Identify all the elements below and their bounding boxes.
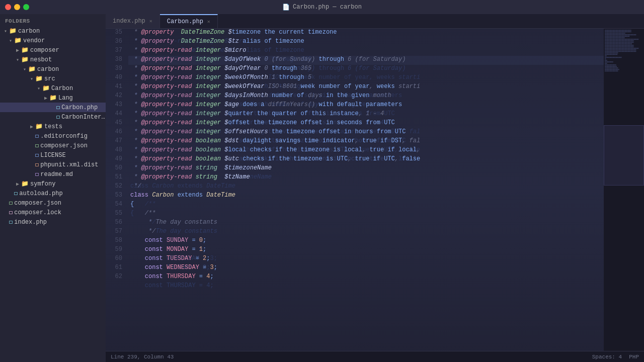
close-button[interactable] — [5, 4, 11, 10]
sidebar-item-nesbot[interactable]: ▾ 📁 nesbot — [0, 55, 106, 64]
sidebar-item-symfony[interactable]: ▶ 📁 symfony — [0, 179, 106, 189]
sidebar-item-composer-lock[interactable]: ◻ composer.lock — [0, 208, 106, 217]
line-number: 42 — [106, 92, 128, 101]
expand-arrow: ▶ — [28, 124, 35, 130]
sidebar-item-label: readme.md — [40, 171, 106, 178]
editor-wrapper: 35 * @property DateTimeZone $timezone th… — [106, 29, 644, 351]
code-line-content: * @property DateTimeZone $tz alias of ti… — [128, 38, 604, 47]
code-line-content: * @property-read integer $age does a dif… — [128, 101, 604, 110]
minimize-button[interactable] — [14, 4, 20, 10]
code-row: 39 * @property-read integer $dayOfYear 0… — [106, 65, 604, 74]
sidebar-item-label: carbon — [18, 28, 106, 35]
main-layout: FOLDERS ▾ 📁 carbon ▾ 📁 vendor ▶ 📁 compos… — [0, 14, 644, 362]
tab-bar: index.php ✕ Carbon.php ✕ — [106, 14, 644, 29]
sidebar: FOLDERS ▾ 📁 carbon ▾ 📁 vendor ▶ 📁 compos… — [0, 14, 106, 362]
code-row: 54{ — [106, 201, 604, 210]
code-line-content: const TUESDAY = 2; — [128, 255, 604, 264]
sidebar-item-composer-json2[interactable]: ◻ composer.json — [0, 198, 106, 208]
sidebar-item-label: composer.json — [40, 142, 106, 149]
line-number: 62 — [106, 273, 128, 282]
code-line-content: * @property-read string $timezoneName — [128, 164, 604, 173]
line-number: 46 — [106, 128, 128, 137]
sidebar-item-Carbon3[interactable]: ▾ 📁 Carbon — [0, 83, 106, 93]
sidebar-item-label: composer.json — [14, 200, 106, 207]
code-row: 62 const THURSDAY = 4; — [106, 273, 604, 282]
cursor-position: Line 239, Column 43 — [111, 354, 174, 360]
sidebar-item-label: Lang — [58, 95, 106, 102]
tab-close-button[interactable]: ✕ — [207, 19, 210, 25]
line-number: 55 — [106, 210, 128, 219]
sidebar-item-composer-json[interactable]: ◻ composer.json — [0, 141, 106, 150]
file-icon: ◻ — [14, 190, 18, 197]
expand-arrow: ▾ — [35, 85, 42, 92]
code-row: 47 * @property-read boolean $dst dayligh… — [106, 137, 604, 146]
sidebar-item-label: composer — [30, 47, 106, 54]
sidebar-item-editorconfig[interactable]: ◻ .editorconfig — [0, 131, 106, 141]
code-line-content: * The day constants — [128, 219, 604, 228]
tab-index-php[interactable]: index.php ✕ — [106, 14, 160, 28]
code-row: 52 */ — [106, 183, 604, 192]
sidebar-item-autoload[interactable]: ◻ autoload.php — [0, 189, 106, 198]
code-line-content: * @property-read integer $dayOfYear 0 th… — [128, 65, 604, 74]
sidebar-item-carbon2[interactable]: ▾ 📁 carbon — [0, 64, 106, 74]
line-number: 61 — [106, 264, 128, 273]
sidebar-item-phpunit[interactable]: ◻ phpunit.xml.dist — [0, 160, 106, 169]
sidebar-item-LICENSE[interactable]: ◻ LICENSE — [0, 150, 106, 160]
sidebar-item-index-php[interactable]: ◻ index.php — [0, 217, 106, 227]
tab-label: Carbon.php — [167, 18, 203, 25]
sidebar-item-label: phpunit.xml.dist — [40, 161, 106, 168]
folder-icon: 📁 — [35, 75, 43, 82]
sidebar-item-label: symfony — [30, 180, 106, 188]
file-icon: ◻ — [56, 113, 60, 121]
traffic-lights — [5, 4, 29, 10]
code-content: 35 * @property DateTimeZone $timezone th… — [106, 29, 604, 282]
file-icon: ◻ — [9, 199, 13, 207]
code-line-content: * @property-read integer $dayOfWeek 0 (f… — [128, 56, 604, 65]
line-number: 51 — [106, 173, 128, 183]
line-number: 37 — [106, 47, 128, 56]
folder-icon: 📁 — [21, 46, 29, 54]
code-row: 61 const WEDNESDAY = 3; — [106, 264, 604, 273]
code-line-content: * @property DateTimeZone $timezone the c… — [128, 29, 604, 38]
folder-icon: 📁 — [14, 37, 22, 44]
sidebar-item-tests[interactable]: ▶ 📁 tests — [0, 122, 106, 131]
sidebar-item-Lang[interactable]: ▶ 📁 Lang — [0, 93, 106, 103]
folder-icon: 📁 — [21, 56, 29, 63]
code-row: 59 const MONDAY = 1; — [106, 246, 604, 255]
sidebar-item-src[interactable]: ▾ 📁 src — [0, 74, 106, 83]
sidebar-item-vendor[interactable]: ▾ 📁 vendor — [0, 36, 106, 45]
file-icon: ◻ — [35, 161, 39, 168]
sidebar-item-label: autoload.php — [19, 190, 106, 197]
tab-close-button[interactable]: ✕ — [149, 18, 152, 24]
code-line-content: { — [128, 201, 604, 210]
file-icon: ◻ — [35, 132, 39, 140]
sidebar-item-label: Carbon.php — [61, 104, 106, 111]
editor[interactable]: 35 * @property DateTimeZone $timezone th… — [106, 29, 604, 351]
sidebar-item-label: .editorconfig — [40, 133, 106, 140]
tab-carbon-php[interactable]: Carbon.php ✕ — [160, 14, 218, 28]
code-row: 48 * @property-read boolean $local check… — [106, 146, 604, 155]
status-left: Line 239, Column 43 — [111, 354, 174, 360]
sidebar-item-composer[interactable]: ▶ 📁 composer — [0, 45, 106, 55]
sidebar-item-label: nesbot — [30, 56, 106, 63]
line-number: 35 — [106, 29, 128, 38]
code-line-content: * @property-read integer $offset the tim… — [128, 119, 604, 128]
sidebar-item-Carbon.php[interactable]: ◻ Carbon.php — [0, 103, 106, 112]
maximize-button[interactable] — [23, 4, 29, 10]
file-icon: ◻ — [9, 218, 13, 226]
window-title: 📄 Carbon.php — carbon — [282, 4, 362, 11]
sidebar-item-label: CarbonInterval.php — [61, 114, 106, 121]
line-number: 56 — [106, 219, 128, 228]
code-row: 55 /** — [106, 210, 604, 219]
code-line-content: const WEDNESDAY = 3; — [128, 264, 604, 273]
code-line-content: * @property-read integer $weekOfMonth 1 … — [128, 74, 604, 83]
sidebar-item-CarbonInterval.php[interactable]: ◻ CarbonInterval.php — [0, 112, 106, 122]
code-line-content: * @property-read string $tzName — [128, 173, 604, 183]
sidebar-item-carbon-root[interactable]: ▾ 📁 carbon — [0, 26, 106, 36]
line-number: 40 — [106, 74, 128, 83]
code-row: 60 const TUESDAY = 2; — [106, 255, 604, 264]
line-number: 43 — [106, 101, 128, 110]
sidebar-item-readme[interactable]: ◻ readme.md — [0, 169, 106, 179]
code-row: 44 * @property-read integer $quarter the… — [106, 110, 604, 119]
line-number: 50 — [106, 164, 128, 173]
